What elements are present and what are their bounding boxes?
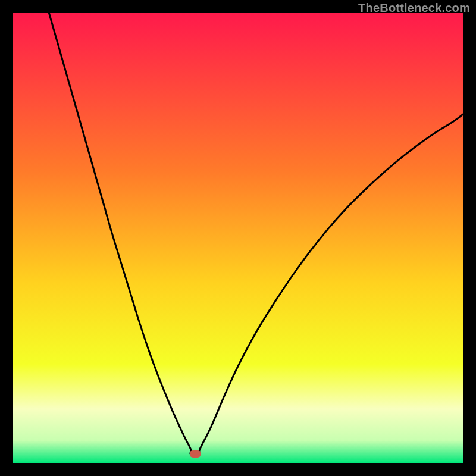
bottleneck-chart <box>13 13 463 463</box>
chart-background <box>13 13 463 463</box>
chart-frame: TheBottleneck.com <box>0 0 476 476</box>
minimum-marker <box>190 450 201 458</box>
